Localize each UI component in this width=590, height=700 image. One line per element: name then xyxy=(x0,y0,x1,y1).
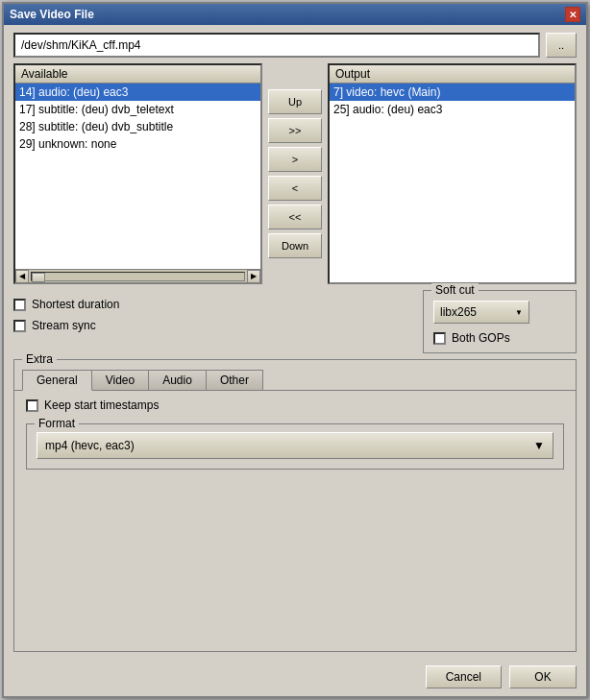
available-list-item[interactable]: 17] subtitle: (deu) dvb_teletext xyxy=(15,101,260,118)
checkboxes-col: Shortest duration Stream sync xyxy=(13,290,413,332)
soft-cut-group: Soft cut libx265 ▼ Both GOPs xyxy=(423,290,577,353)
keep-timestamps-label: Keep start timestamps xyxy=(44,398,159,412)
keep-timestamps-row[interactable]: Keep start timestamps xyxy=(26,398,564,412)
dialog-title: Save Video File xyxy=(10,8,94,21)
browse-button[interactable]: .. xyxy=(546,33,577,58)
file-path-input[interactable] xyxy=(13,33,540,58)
down-button[interactable]: Down xyxy=(268,233,322,258)
stream-sync-label: Stream sync xyxy=(32,319,96,332)
titlebar: Save Video File ✕ xyxy=(4,4,586,25)
move-all-left-button[interactable]: << xyxy=(268,205,322,229)
tabs-row: GeneralVideoAudioOther xyxy=(14,364,576,391)
output-list-item[interactable]: 7] video: hevc (Main) xyxy=(330,84,575,101)
cancel-button[interactable]: Cancel xyxy=(426,665,502,688)
tab-audio[interactable]: Audio xyxy=(148,370,207,391)
shortest-duration-row[interactable]: Shortest duration xyxy=(13,298,413,311)
output-list-content[interactable]: 7] video: hevc (Main)25] audio: (deu) ea… xyxy=(330,84,575,282)
save-video-dialog: Save Video File ✕ .. Available 14] audio… xyxy=(2,2,588,698)
both-gops-row[interactable]: Both GOPs xyxy=(433,331,566,345)
codec-dropdown-row: libx265 ▼ xyxy=(433,301,566,324)
codec-dropdown[interactable]: libx265 ▼ xyxy=(433,301,529,324)
move-all-right-button[interactable]: >> xyxy=(268,118,322,143)
ok-button[interactable]: OK xyxy=(509,665,577,688)
available-list-item[interactable]: 29] unknown: none xyxy=(15,135,260,153)
extra-section: Extra GeneralVideoAudioOther Keep start … xyxy=(13,359,577,652)
move-right-button[interactable]: > xyxy=(268,147,322,172)
file-path-row: .. xyxy=(13,33,577,58)
output-header: Output xyxy=(330,65,575,84)
tab-content: Keep start timestamps Format mp4 (hevc, … xyxy=(14,390,576,651)
keep-timestamps-checkbox[interactable] xyxy=(26,399,38,412)
tab-general[interactable]: General xyxy=(22,370,92,391)
close-button[interactable]: ✕ xyxy=(565,7,580,22)
available-list-content[interactable]: 14] audio: (deu) eac317] subtitle: (deu)… xyxy=(15,84,260,269)
output-list-item[interactable]: 25] audio: (deu) eac3 xyxy=(330,101,575,118)
format-legend: Format xyxy=(35,417,79,430)
tab-other[interactable]: Other xyxy=(206,370,263,391)
both-gops-checkbox[interactable] xyxy=(433,332,446,345)
both-gops-label: Both GOPs xyxy=(452,331,510,345)
format-value: mp4 (hevc, eac3) xyxy=(45,439,135,452)
scroll-left-arrow[interactable]: ◀ xyxy=(15,270,29,283)
nav-buttons-col: Up >> > < << Down xyxy=(266,63,324,284)
scrollbar-track[interactable] xyxy=(31,272,245,281)
codec-label: libx265 xyxy=(440,305,477,319)
up-button[interactable]: Up xyxy=(268,89,322,114)
stream-sync-row[interactable]: Stream sync xyxy=(13,319,413,332)
soft-cut-legend: Soft cut xyxy=(431,283,479,297)
available-list-panel: Available 14] audio: (deu) eac317] subti… xyxy=(13,63,262,284)
codec-dropdown-arrow: ▼ xyxy=(515,308,523,317)
format-dropdown-arrow: ▼ xyxy=(533,439,545,452)
dialog-footer: Cancel OK xyxy=(4,660,586,696)
available-scrollbar[interactable]: ◀ ▶ xyxy=(15,269,260,282)
available-header: Available xyxy=(15,65,260,84)
extra-legend: Extra xyxy=(22,352,57,366)
output-list-panel: Output 7] video: hevc (Main)25] audio: (… xyxy=(328,63,577,284)
dialog-body: .. Available 14] audio: (deu) eac317] su… xyxy=(4,25,586,660)
available-list-item[interactable]: 14] audio: (deu) eac3 xyxy=(15,84,260,101)
options-row: Shortest duration Stream sync Soft cut l… xyxy=(13,290,577,353)
tab-video[interactable]: Video xyxy=(91,370,149,391)
scroll-right-arrow[interactable]: ▶ xyxy=(247,270,260,283)
move-left-button[interactable]: < xyxy=(268,176,322,201)
lists-row: Available 14] audio: (deu) eac317] subti… xyxy=(13,63,577,284)
stream-sync-checkbox[interactable] xyxy=(13,320,26,332)
format-group: Format mp4 (hevc, eac3) ▼ xyxy=(26,423,564,470)
format-dropdown[interactable]: mp4 (hevc, eac3) ▼ xyxy=(37,432,553,459)
scrollbar-thumb[interactable] xyxy=(32,273,45,282)
shortest-duration-checkbox[interactable] xyxy=(13,299,26,311)
available-list-item[interactable]: 28] subtitle: (deu) dvb_subtitle xyxy=(15,118,260,135)
shortest-duration-label: Shortest duration xyxy=(32,298,119,311)
